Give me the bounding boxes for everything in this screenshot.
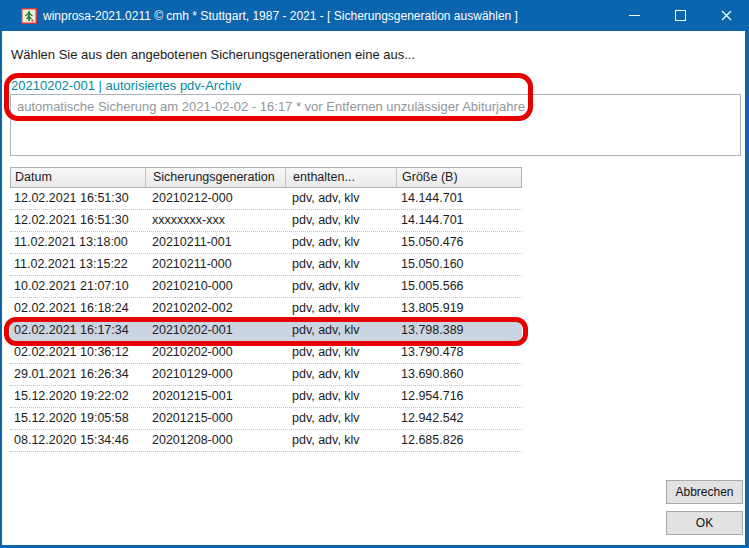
cell-groesse: 13.798.389 [396, 320, 503, 341]
window-controls [611, 0, 749, 31]
cell-generation: 20201215-001 [145, 386, 285, 407]
description-box[interactable]: automatische Sicherung am 2021-02-02 - 1… [10, 94, 741, 156]
table-row[interactable]: 29.01.2021 16:26:3420210129-000pdv, adv,… [10, 364, 522, 386]
app-icon [21, 8, 37, 24]
cell-datum: 12.02.2021 16:51:30 [10, 188, 145, 209]
table-row[interactable]: 15.12.2020 19:22:0220201215-001pdv, adv,… [10, 386, 522, 408]
cell-enthalten: pdv, adv, klv [285, 188, 396, 209]
table-row[interactable]: 12.02.2021 16:51:3020210212-000pdv, adv,… [10, 188, 522, 210]
selected-generation-headline: 20210202-001 | autorisiertes pdv-Archiv [11, 78, 241, 93]
ok-button[interactable]: OK [666, 511, 743, 535]
close-icon [721, 10, 732, 21]
table-row[interactable]: 08.12.2020 15:34:4620201208-000pdv, adv,… [10, 430, 522, 452]
cell-generation: 20210129-000 [145, 364, 285, 385]
cell-datum: 02.02.2021 16:18:24 [10, 298, 145, 319]
column-header-datum[interactable]: Datum [11, 168, 146, 187]
cell-enthalten: pdv, adv, klv [285, 364, 396, 385]
table-row[interactable]: 15.12.2020 19:05:5820201215-000pdv, adv,… [10, 408, 522, 430]
cell-groesse: 15.050.476 [396, 232, 503, 253]
cell-groesse: 12.954.716 [396, 386, 503, 407]
table-header: Datum Sicherungsgeneration enthalten... … [10, 167, 522, 188]
cell-enthalten: pdv, adv, klv [285, 210, 396, 231]
cell-generation: xxxxxxxx-xxx [145, 210, 285, 231]
cell-generation: 20210210-000 [145, 276, 285, 297]
cell-datum: 12.02.2021 16:51:30 [10, 210, 145, 231]
table-row[interactable]: 02.02.2021 10:36:1220210202-000pdv, adv,… [10, 342, 522, 364]
minimize-icon [629, 15, 640, 16]
table-row[interactable]: 02.02.2021 16:18:2420210202-002pdv, adv,… [10, 298, 522, 320]
cancel-button[interactable]: Abbrechen [666, 480, 743, 504]
cell-groesse: 13.805.919 [396, 298, 503, 319]
cell-generation: 20210211-000 [145, 254, 285, 275]
cell-groesse: 12.942.542 [396, 408, 503, 429]
table-row[interactable]: 11.02.2021 13:15:2220210211-000pdv, adv,… [10, 254, 522, 276]
cell-datum: 15.12.2020 19:22:02 [10, 386, 145, 407]
backup-generation-table: Datum Sicherungsgeneration enthalten... … [10, 167, 522, 452]
close-button[interactable] [703, 0, 749, 31]
table-row-selected[interactable]: 02.02.2021 16:17:3420210202-001pdv, adv,… [10, 320, 522, 342]
column-header-sicherungsgeneration[interactable]: Sicherungsgeneration [146, 168, 286, 187]
cell-datum: 02.02.2021 10:36:12 [10, 342, 145, 363]
cell-groesse: 13.690.860 [396, 364, 503, 385]
cell-datum: 15.12.2020 19:05:58 [10, 408, 145, 429]
cell-generation: 20210202-002 [145, 298, 285, 319]
cell-generation: 20210211-001 [145, 232, 285, 253]
cell-enthalten: pdv, adv, klv [285, 408, 396, 429]
cell-enthalten: pdv, adv, klv [285, 276, 396, 297]
cell-datum: 02.02.2021 16:17:34 [10, 320, 145, 341]
cell-enthalten: pdv, adv, klv [285, 254, 396, 275]
table-row[interactable]: 10.02.2021 21:07:1020210210-000pdv, adv,… [10, 276, 522, 298]
window-title: winprosa-2021.0211 © cmh * Stuttgart, 19… [43, 9, 518, 23]
cell-datum: 10.02.2021 21:07:10 [10, 276, 145, 297]
cell-enthalten: pdv, adv, klv [285, 320, 396, 341]
cell-datum: 29.01.2021 16:26:34 [10, 364, 145, 385]
cell-groesse: 12.685.826 [396, 430, 503, 451]
table-row[interactable]: 11.02.2021 13:18:0020210211-001pdv, adv,… [10, 232, 522, 254]
cell-generation: 20210202-000 [145, 342, 285, 363]
cell-groesse: 14.144.701 [396, 188, 503, 209]
cell-groesse: 15.005.566 [396, 276, 503, 297]
minimize-button[interactable] [611, 0, 657, 31]
cell-enthalten: pdv, adv, klv [285, 298, 396, 319]
maximize-button[interactable] [657, 0, 703, 31]
column-header-groesse[interactable]: Größe (B) [397, 168, 504, 187]
table-body: 12.02.2021 16:51:3020210212-000pdv, adv,… [10, 188, 522, 452]
instruction-text: Wählen Sie aus den angebotenen Sicherung… [11, 47, 415, 62]
cell-generation: 20210202-001 [145, 320, 285, 341]
cell-groesse: 14.144.701 [396, 210, 503, 231]
maximize-icon [675, 10, 686, 21]
column-header-enthalten[interactable]: enthalten... [286, 168, 397, 187]
table-row[interactable]: 12.02.2021 16:51:30xxxxxxxx-xxxpdv, adv,… [10, 210, 522, 232]
dialog-window: winprosa-2021.0211 © cmh * Stuttgart, 19… [0, 0, 749, 548]
cell-generation: 20210212-000 [145, 188, 285, 209]
titlebar[interactable]: winprosa-2021.0211 © cmh * Stuttgart, 19… [0, 0, 749, 31]
cell-generation: 20201208-000 [145, 430, 285, 451]
cell-enthalten: pdv, adv, klv [285, 430, 396, 451]
cell-datum: 08.12.2020 15:34:46 [10, 430, 145, 451]
cell-datum: 11.02.2021 13:15:22 [10, 254, 145, 275]
cell-generation: 20201215-000 [145, 408, 285, 429]
description-text: automatische Sicherung am 2021-02-02 - 1… [17, 99, 534, 114]
cell-groesse: 15.050.160 [396, 254, 503, 275]
cell-enthalten: pdv, adv, klv [285, 386, 396, 407]
cell-datum: 11.02.2021 13:18:00 [10, 232, 145, 253]
cell-enthalten: pdv, adv, klv [285, 232, 396, 253]
cell-enthalten: pdv, adv, klv [285, 342, 396, 363]
cell-groesse: 13.790.478 [396, 342, 503, 363]
